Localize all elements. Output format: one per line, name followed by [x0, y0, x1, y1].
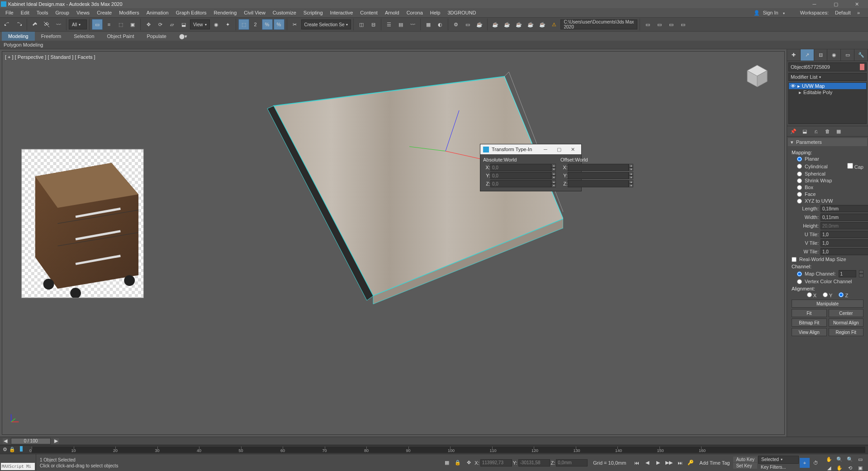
- named-selection-dropdown[interactable]: Create Selection Se: [301, 19, 351, 29]
- ribbon-tab-modeling[interactable]: Modeling: [2, 32, 35, 41]
- window-crossing-button[interactable]: ▣: [127, 19, 138, 30]
- spinner-snap-button[interactable]: %: [274, 19, 285, 30]
- set-key-button[interactable]: Set Key: [733, 463, 757, 469]
- stack-item-editable-poly[interactable]: ▸ Editable Poly: [789, 89, 866, 95]
- make-unique-button[interactable]: ⎌: [811, 127, 821, 136]
- off-y-input[interactable]: [568, 172, 629, 179]
- vtile-input[interactable]: [821, 239, 868, 247]
- menu-scripting[interactable]: Scripting: [300, 8, 327, 17]
- menu-3dground[interactable]: 3DGROUND: [444, 8, 479, 17]
- abs-x-spinner[interactable]: ▴▾: [551, 164, 556, 171]
- mapping-xyz-radio[interactable]: [797, 199, 802, 204]
- rollout-header[interactable]: ▾ Parameters: [788, 138, 867, 146]
- layer-explorer-button[interactable]: ☰: [384, 19, 394, 30]
- mapping-box-radio[interactable]: [797, 185, 802, 190]
- abs-z-spinner[interactable]: ▴▾: [551, 180, 556, 187]
- menu-file[interactable]: File: [2, 8, 17, 17]
- render-setup-button[interactable]: ⚙: [451, 19, 461, 30]
- time-slider[interactable]: 0 / 100: [11, 438, 51, 444]
- mirror-button[interactable]: ◫: [356, 19, 367, 30]
- track-lock-icon[interactable]: 🔒: [9, 447, 15, 452]
- goto-start-button[interactable]: ⏮: [631, 458, 641, 468]
- transform-type-in-dialog[interactable]: Transform Type-In ─ ▢ ✕ Absolute:World X…: [480, 144, 582, 191]
- select-scale-button[interactable]: ▱: [166, 19, 177, 30]
- unlink-button[interactable]: [41, 19, 52, 30]
- extra-tool-4[interactable]: ▭: [678, 19, 688, 30]
- fit-button[interactable]: Fit: [792, 309, 827, 317]
- pin-stack-button[interactable]: 📌: [788, 127, 798, 136]
- time-prev-button[interactable]: ◀: [3, 438, 8, 444]
- menu-help[interactable]: Help: [427, 8, 444, 17]
- off-x-input[interactable]: [568, 164, 629, 171]
- show-end-result-button[interactable]: ⬓: [800, 127, 810, 136]
- teapot-1-icon[interactable]: ☕: [490, 19, 501, 30]
- track-ruler[interactable]: 0102030405060708090100110120130140150160: [32, 447, 865, 453]
- dialog-minimize-button[interactable]: ─: [540, 145, 551, 153]
- bitmap-fit-button[interactable]: Bitmap Fit: [792, 319, 827, 327]
- wtile-input[interactable]: [821, 248, 868, 255]
- menu-interactive[interactable]: Interactive: [327, 8, 357, 17]
- time-next-button[interactable]: ▶: [53, 438, 59, 444]
- mapping-planar-radio[interactable]: [797, 157, 802, 162]
- utilities-tab[interactable]: 🔧: [854, 49, 868, 61]
- vertexcolor-radio[interactable]: [797, 279, 802, 284]
- mapchannel-spinner[interactable]: [859, 270, 863, 277]
- pan-button[interactable]: ✋: [835, 463, 844, 471]
- rectangular-selection-button[interactable]: ⬚: [115, 19, 126, 30]
- set-key-big-button[interactable]: +: [800, 458, 810, 468]
- abs-y-spinner[interactable]: ▴▾: [551, 172, 556, 179]
- workspace-arrow-icon[interactable]: »: [857, 10, 860, 15]
- align-y-radio[interactable]: [823, 292, 828, 297]
- height-input[interactable]: [821, 222, 868, 229]
- select-place-button[interactable]: ⬓: [178, 19, 189, 30]
- ribbon-toggle[interactable]: ⬤▾: [173, 32, 194, 41]
- align-z-radio[interactable]: [839, 292, 844, 297]
- align-x-radio[interactable]: [807, 292, 812, 297]
- teapot-2-icon[interactable]: ☕: [502, 19, 512, 30]
- center-button[interactable]: Center: [829, 309, 864, 317]
- menu-corona[interactable]: Corona: [403, 8, 427, 17]
- off-y-spinner[interactable]: ▴▾: [629, 172, 633, 179]
- snap-toggle-button[interactable]: ⬚: [238, 19, 249, 30]
- curve-editor-button[interactable]: 〰: [407, 19, 418, 30]
- menu-graph-editors[interactable]: Graph Editors: [172, 8, 210, 17]
- edit-named-selection-button[interactable]: ✂: [289, 19, 300, 30]
- ribbon-tab-populate[interactable]: Populate: [140, 32, 172, 41]
- select-by-name-button[interactable]: ≡: [104, 19, 114, 30]
- goto-end-button[interactable]: ⏭: [675, 458, 685, 468]
- prev-frame-button[interactable]: ◀: [642, 458, 652, 468]
- time-config-button[interactable]: ⏱: [811, 458, 821, 468]
- maximize-button[interactable]: ▢: [825, 0, 846, 8]
- stack-item-uvw-map[interactable]: 👁▸ UVW Map: [789, 83, 866, 89]
- pivot-center-button[interactable]: ◉: [211, 19, 222, 30]
- undo-button[interactable]: [2, 19, 13, 30]
- ribbon-tab-selection[interactable]: Selection: [67, 32, 100, 41]
- track-marker[interactable]: [20, 446, 23, 452]
- link-button[interactable]: [29, 19, 40, 30]
- mapping-cylindrical-radio[interactable]: [797, 164, 802, 169]
- abs-z-input[interactable]: [490, 180, 551, 187]
- next-frame-button[interactable]: ▶▶: [664, 458, 674, 468]
- object-name-field[interactable]: Object657725809: [788, 62, 867, 71]
- abs-x-input[interactable]: [490, 164, 551, 171]
- teapot-4-icon[interactable]: ☕: [525, 19, 536, 30]
- mapping-shrinkwrap-radio[interactable]: [797, 178, 802, 183]
- teapot-5-icon[interactable]: ☕: [537, 19, 548, 30]
- reference-coord-dropdown[interactable]: View: [190, 19, 210, 29]
- modifier-stack[interactable]: 👁▸ UVW Map ▸ Editable Poly: [788, 82, 867, 124]
- viewport[interactable]: [ + ] [ Perspective ] [ Standard ] [ Fac…: [2, 51, 785, 435]
- motion-tab[interactable]: ◉: [827, 49, 841, 61]
- align-button[interactable]: ⊟: [368, 19, 379, 30]
- rendered-frame-button[interactable]: ▭: [462, 19, 473, 30]
- configure-modifiersets-button[interactable]: ▦: [834, 127, 844, 136]
- select-manipulate-button[interactable]: ✦: [223, 19, 233, 30]
- workspace-value[interactable]: Default: [835, 10, 851, 15]
- width-input[interactable]: [821, 214, 868, 221]
- viewport-label[interactable]: [ + ] [ Perspective ] [ Standard ] [ Fac…: [5, 54, 95, 60]
- display-tab[interactable]: ▭: [841, 49, 854, 61]
- coord-z-input[interactable]: [556, 459, 588, 466]
- modify-tab[interactable]: ↗: [801, 49, 814, 61]
- region-fit-button[interactable]: Region Fit: [829, 328, 864, 336]
- teapot-3-icon[interactable]: ☕: [513, 19, 524, 30]
- orbit-button[interactable]: ⟲: [845, 463, 855, 471]
